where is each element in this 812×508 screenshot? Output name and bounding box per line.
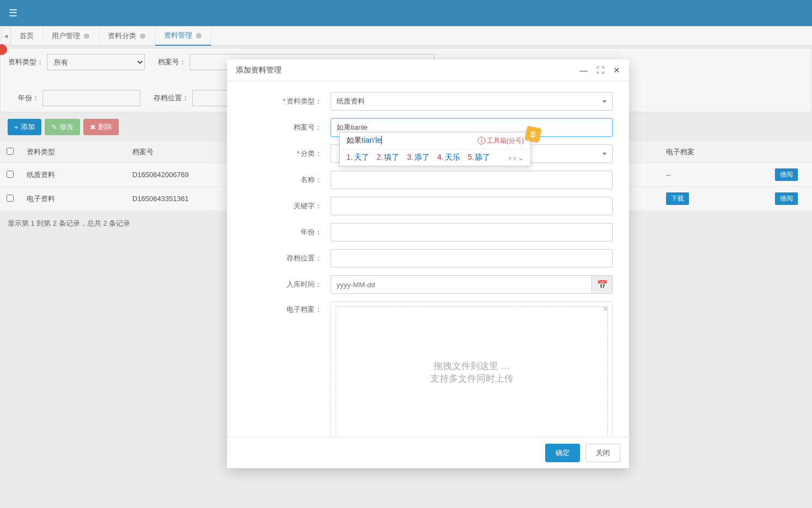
drop-text-2: 支持多文件同时上传 (430, 372, 514, 385)
field-name-label: 名称： (243, 175, 331, 185)
add-material-modal: 添加资料管理 — ⛶ ✕ *资料类型： 纸质资料 档案号： *分类： 名称： 关… (227, 59, 629, 468)
field-intime-label: 入库时间： (243, 280, 331, 289)
field-location-input[interactable] (331, 249, 613, 268)
sogou-icon: S (525, 126, 542, 143)
chevron-down-icon (602, 100, 607, 103)
upload-area[interactable]: × 拖拽文件到这里 … 支持多文件同时上传 (331, 301, 613, 437)
select-value: 纸质资料 (337, 96, 365, 106)
ime-toolbox[interactable]: i工具箱(分号) (478, 136, 524, 146)
field-type-select[interactable]: 纸质资料 (331, 92, 613, 111)
close-icon[interactable]: × (603, 304, 608, 314)
confirm-button[interactable]: 确定 (545, 444, 580, 462)
chevron-down-icon (602, 153, 607, 155)
field-location-label: 存档位置： (243, 253, 331, 263)
field-name-input[interactable] (331, 171, 613, 189)
ime-candidate[interactable]: 5.舔了 (468, 153, 491, 162)
info-icon: i (478, 137, 485, 144)
maximize-icon[interactable]: ⛶ (596, 65, 605, 75)
dropzone[interactable]: 拖拽文件到这里 … 支持多文件同时上传 (335, 306, 608, 437)
ime-composition: 如果tian'le (346, 136, 382, 146)
ime-candidate[interactable]: 1.天了 (346, 153, 369, 162)
calendar-icon[interactable]: 📅 (592, 275, 613, 294)
modal-footer: 确定 关闭 (227, 437, 629, 468)
ime-candidate-list: 1.天了 2.填了 3.添了 4.天乐 5.舔了 ‹ › ⌄ (340, 149, 530, 166)
ime-more-icon[interactable]: ⌄ (518, 154, 524, 162)
ime-candidate-popup: S 如果tian'le i工具箱(分号) 1.天了 2.填了 3.添了 4.天乐… (339, 132, 531, 166)
modal-title: 添加资料管理 (236, 65, 282, 75)
field-type-label: *资料类型： (243, 96, 331, 106)
field-year-label: 年份： (243, 227, 331, 237)
field-efile-label: 电子档案： (243, 301, 331, 315)
ime-prev-icon[interactable]: ‹ (509, 154, 511, 162)
drop-text-1: 拖拽文件到这里 … (434, 360, 510, 372)
field-keyword-input[interactable] (331, 197, 613, 215)
ime-candidate[interactable]: 3.添了 (407, 153, 430, 162)
field-archive-label: 档案号： (243, 123, 331, 132)
field-intime-input[interactable] (331, 275, 592, 294)
minimize-icon[interactable]: — (579, 65, 588, 75)
ime-candidate[interactable]: 4.天乐 (437, 153, 460, 162)
field-category-label: *分类： (243, 149, 331, 159)
close-icon[interactable]: ✕ (613, 65, 620, 75)
field-keyword-label: 关键字： (243, 201, 331, 211)
modal-header: 添加资料管理 — ⛶ ✕ (227, 59, 629, 81)
ime-next-icon[interactable]: › (514, 154, 516, 162)
ime-candidate[interactable]: 2.填了 (377, 153, 400, 162)
field-year-input[interactable] (331, 223, 613, 241)
close-button[interactable]: 关闭 (585, 444, 620, 462)
